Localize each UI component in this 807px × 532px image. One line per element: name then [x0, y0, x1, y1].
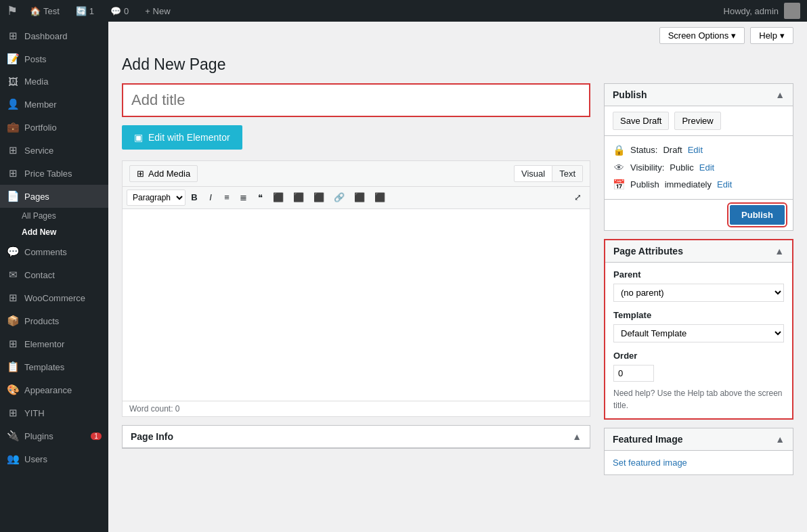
help-chevron-icon: ▾	[780, 30, 785, 41]
align-left-button[interactable]: ⬛	[269, 190, 288, 205]
sidebar-item-products[interactable]: 📦 Products	[0, 309, 108, 332]
member-icon: 👤	[7, 98, 19, 110]
admin-bar: ⚑ 🏠 Test 🔄 1 💬 0 + New Howdy, admin	[0, 0, 807, 22]
ordered-list-button[interactable]: ≣	[236, 190, 251, 205]
publish-meta: 🔒 Status: Draft Edit 👁 Visibility: Publi…	[605, 136, 793, 199]
contact-icon: ✉	[7, 269, 19, 281]
add-media-icon: ⊞	[137, 169, 144, 179]
sidebar-item-pages[interactable]: 📄 Pages	[0, 185, 108, 208]
posts-icon: 📝	[7, 53, 19, 65]
portfolio-icon: 💼	[7, 121, 19, 133]
link-button[interactable]: 🔗	[330, 190, 349, 205]
page-title: Add New Page	[108, 49, 807, 83]
page-info-header[interactable]: Page Info ▲	[123, 426, 590, 448]
publish-submit: Publish	[605, 199, 793, 230]
sidebar-item-plugins[interactable]: 🔌 Plugins 1	[0, 424, 108, 447]
template-select[interactable]: Default Template	[613, 324, 784, 342]
order-input[interactable]	[613, 365, 654, 382]
tab-text[interactable]: Text	[552, 165, 583, 182]
parent-label: Parent	[613, 269, 784, 280]
featured-image-box: Featured Image ▲ Set featured image	[604, 428, 793, 475]
adminbar-updates[interactable]: 🔄 1	[72, 0, 98, 22]
toolbar-expand-button[interactable]: ⤢	[570, 190, 586, 205]
chevron-down-icon: ▾	[731, 30, 736, 41]
page-info-box: Page Info ▲	[122, 425, 590, 449]
elementor-edit-button[interactable]: ▣ Edit with Elementor	[122, 125, 242, 150]
submenu-item-add-new[interactable]: Add New	[0, 224, 108, 240]
service-icon: ⊞	[7, 144, 19, 156]
format-select[interactable]: Paragraph Heading 1 Heading 2 Heading 3	[127, 190, 186, 206]
sidebar-item-service[interactable]: ⊞ Service	[0, 139, 108, 162]
sidebar-item-member[interactable]: 👤 Member	[0, 93, 108, 116]
wp-wrap: ⊞ Dashboard 📝 Posts 🖼 Media 👤 Member 💼 P…	[0, 0, 807, 532]
adminbar-site[interactable]: 🏠 Test	[26, 0, 64, 22]
screen-options-button[interactable]: Screen Options ▾	[659, 27, 745, 44]
align-center-button[interactable]: ⬛	[289, 190, 308, 205]
adminbar-comments[interactable]: 💬 0	[106, 0, 133, 22]
parent-select[interactable]: (no parent)	[613, 284, 784, 302]
sidebar-item-posts[interactable]: 📝 Posts	[0, 47, 108, 70]
sidebar-item-portfolio[interactable]: 💼 Portfolio	[0, 116, 108, 139]
page-attributes-box: Page Attributes ▲ Parent (no parent) Tem…	[604, 239, 793, 420]
publish-box-header: Publish ▲	[605, 84, 793, 106]
publish-button[interactable]: Publish	[730, 205, 785, 225]
sidebar-item-media[interactable]: 🖼 Media	[0, 70, 108, 93]
visibility-icon: 👁	[613, 162, 625, 173]
bold-button[interactable]: B	[187, 190, 202, 205]
avatar[interactable]	[784, 3, 800, 19]
sidebar-item-appearance[interactable]: 🎨 Appearance	[0, 378, 108, 401]
sidebar-item-users[interactable]: 👥 Users	[0, 447, 108, 470]
help-button[interactable]: Help ▾	[750, 27, 793, 44]
italic-button[interactable]: I	[203, 190, 218, 205]
unordered-list-button[interactable]: ≡	[219, 190, 234, 205]
page-info-collapse-icon: ▲	[572, 431, 582, 442]
comments-menu-icon: 💬	[7, 246, 19, 258]
preview-button[interactable]: Preview	[674, 112, 720, 130]
page-attributes-header[interactable]: Page Attributes ▲	[605, 240, 792, 263]
toolbar-secondary: Screen Options ▾ Help ▾	[108, 22, 807, 49]
sidebar-item-woocommerce[interactable]: ⊞ WooCommerce	[0, 286, 108, 309]
post-body-wrapper: ▣ Edit with Elementor ⊞ Add Media Visual	[108, 83, 807, 489]
featured-image-header[interactable]: Featured Image ▲	[605, 428, 793, 451]
plugins-icon: 🔌	[7, 430, 19, 442]
sidebar-item-price-tables[interactable]: ⊞ Price Tables	[0, 162, 108, 185]
word-count: Word count: 0	[123, 401, 590, 416]
sidebar-item-contact[interactable]: ✉ Contact	[0, 263, 108, 286]
save-draft-button[interactable]: Save Draft	[613, 112, 669, 130]
adminbar-howdy: Howdy, admin	[724, 6, 779, 16]
set-featured-image-link[interactable]: Set featured image	[613, 458, 687, 468]
products-icon: 📦	[7, 315, 19, 327]
title-input[interactable]	[123, 85, 589, 116]
yith-icon: ⊞	[7, 407, 19, 419]
visibility-row: 👁 Visibility: Public Edit	[613, 159, 785, 176]
adminbar-new[interactable]: + New	[141, 0, 174, 22]
blockquote-button[interactable]: ❝	[253, 190, 267, 205]
content-editor[interactable]	[123, 209, 590, 399]
main-content: Screen Options ▾ Help ▾ Add New Page ▣ E…	[108, 22, 807, 532]
woocommerce-icon: ⊞	[7, 292, 19, 304]
sidebar-item-comments[interactable]: 💬 Comments	[0, 240, 108, 263]
pages-icon: 📄	[7, 190, 19, 202]
insert-button[interactable]: ⬛	[350, 190, 369, 205]
submenu-item-all-pages[interactable]: All Pages	[0, 208, 108, 224]
tab-visual[interactable]: Visual	[514, 165, 552, 182]
status-edit-link[interactable]: Edit	[688, 145, 703, 155]
elementor-btn-icon: ▣	[134, 132, 143, 143]
templates-icon: 📋	[7, 361, 19, 373]
table-button[interactable]: ⬛	[370, 190, 389, 205]
add-media-button[interactable]: ⊞ Add Media	[129, 165, 198, 182]
appearance-icon: 🎨	[7, 384, 19, 396]
sidebar-item-yith[interactable]: ⊞ YITH	[0, 401, 108, 424]
sidebar-item-elementor[interactable]: ⊞ Elementor	[0, 332, 108, 355]
sidebar-item-dashboard[interactable]: ⊞ Dashboard	[0, 24, 108, 47]
editor-toolbar-top: ⊞ Add Media Visual Text	[123, 161, 590, 187]
sidebar-item-templates[interactable]: 📋 Templates	[0, 355, 108, 378]
updates-icon: 🔄	[76, 6, 87, 16]
wp-logo-icon[interactable]: ⚑	[7, 3, 18, 18]
admin-menu: ⊞ Dashboard 📝 Posts 🖼 Media 👤 Member 💼 P…	[0, 22, 108, 532]
order-label: Order	[613, 351, 784, 361]
publish-time-edit-link[interactable]: Edit	[717, 179, 732, 190]
price-tables-icon: ⊞	[7, 167, 19, 179]
visibility-edit-link[interactable]: Edit	[699, 162, 714, 173]
align-right-button[interactable]: ⬛	[309, 190, 328, 205]
